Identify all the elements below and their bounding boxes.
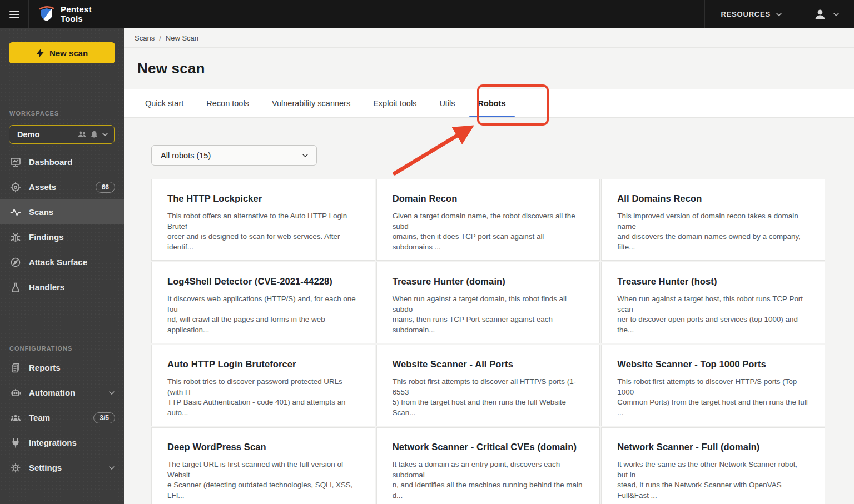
breadcrumb-separator: / bbox=[159, 34, 161, 42]
brand-logo[interactable]: Pentest Tools bbox=[29, 4, 92, 24]
sidebar-item-label: Scans bbox=[29, 207, 53, 217]
robot-card[interactable]: Deep WordPress Scan The target URL is fi… bbox=[151, 427, 375, 504]
plug-icon bbox=[9, 437, 21, 448]
robot-card-description: When run against a target domain, this r… bbox=[393, 294, 583, 335]
sidebar: New scan WORKSPACES Demo bbox=[0, 28, 124, 504]
sidebar-item-attack-surface[interactable]: Attack Surface bbox=[0, 249, 124, 275]
robot-card[interactable]: All Domains Recon This improved version … bbox=[601, 179, 825, 261]
robots-filter-selected: All robots (15) bbox=[161, 151, 211, 160]
bug-icon bbox=[9, 231, 21, 243]
robot-card-title: Website Scanner - All Ports bbox=[393, 359, 583, 370]
robot-card[interactable]: Website Scanner - All Ports This robot f… bbox=[376, 345, 600, 426]
flask-icon bbox=[9, 281, 21, 293]
sidebar-item-scans[interactable]: Scans bbox=[0, 199, 124, 224]
robot-card[interactable]: Treasure Hunter (domain) When run agains… bbox=[376, 262, 600, 343]
robot-card-title: Treasure Hunter (domain) bbox=[393, 276, 583, 287]
pulse-icon bbox=[9, 206, 21, 218]
gear-icon bbox=[9, 462, 21, 473]
breadcrumb: Scans / New Scan bbox=[124, 28, 854, 48]
resources-menu[interactable]: RESOURCES bbox=[704, 0, 798, 28]
sidebar-item-findings[interactable]: Findings bbox=[0, 224, 124, 249]
workspace-name: Demo bbox=[17, 130, 39, 139]
resources-label: RESOURCES bbox=[721, 10, 771, 18]
robot-card[interactable]: The HTTP Lockpicker This robot offers an… bbox=[151, 179, 375, 261]
robot-card-description: When run against a target host, this rob… bbox=[617, 294, 808, 335]
members-icon bbox=[77, 131, 87, 138]
robot-card-title: Deep WordPress Scan bbox=[167, 442, 358, 452]
chevron-down-icon bbox=[102, 131, 108, 138]
sidebar-item-label: Settings bbox=[29, 463, 62, 472]
robot-card[interactable]: Log4Shell Detector (CVE-2021-44228) It d… bbox=[151, 262, 375, 343]
robot-card-title: Auto HTTP Login Bruteforcer bbox=[167, 359, 358, 370]
sidebar-item-label: Integrations bbox=[29, 438, 77, 447]
dashboard-icon bbox=[9, 156, 21, 168]
avatar-icon bbox=[813, 7, 827, 22]
tabs-bar: Quick start Recon tools Vulnerability sc… bbox=[124, 89, 854, 118]
assets-count-badge: 66 bbox=[96, 182, 115, 193]
robot-card-title: Domain Recon bbox=[393, 193, 583, 204]
tab-vulnerability-scanners[interactable]: Vulnerability scanners bbox=[272, 89, 350, 118]
tab-utils[interactable]: Utils bbox=[439, 89, 455, 118]
top-header: Pentest Tools RESOURCES bbox=[0, 0, 854, 28]
configurations-section-label: CONFIGURATIONS bbox=[0, 345, 72, 352]
sidebar-item-integrations[interactable]: Integrations bbox=[0, 430, 124, 455]
sidebar-item-assets[interactable]: Assets 66 bbox=[0, 174, 124, 199]
robot-card-title: Log4Shell Detector (CVE-2021-44228) bbox=[167, 276, 358, 287]
hamburger-menu-button[interactable] bbox=[0, 0, 29, 28]
sidebar-item-dashboard[interactable]: Dashboard bbox=[0, 149, 124, 174]
robot-card[interactable]: Auto HTTP Login Bruteforcer This robot t… bbox=[151, 345, 375, 426]
breadcrumb-current: New Scan bbox=[166, 34, 198, 42]
sidebar-item-label: Assets bbox=[29, 182, 56, 192]
robot-card[interactable]: Treasure Hunter (host) When run against … bbox=[601, 262, 825, 343]
robot-card-description: This robot first attempts to discover al… bbox=[393, 377, 583, 418]
robot-card-title: Network Scanner - Full (domain) bbox=[617, 442, 808, 452]
report-icon bbox=[9, 362, 21, 373]
robot-card-title: The HTTP Lockpicker bbox=[167, 193, 358, 204]
tab-exploit-tools[interactable]: Exploit tools bbox=[373, 89, 416, 118]
robot-card[interactable]: Domain Recon Given a target domain name,… bbox=[376, 179, 600, 261]
brand-name: Pentest Tools bbox=[61, 5, 92, 23]
robot-card-description: This robot first attempts to discover HT… bbox=[617, 377, 808, 418]
robot-card-description: It works the same as the other Network S… bbox=[617, 460, 808, 501]
sidebar-item-team[interactable]: Team 3/5 bbox=[0, 405, 124, 430]
robot-card-title: Network Scanner - Critical CVEs (domain) bbox=[393, 442, 583, 452]
compass-icon bbox=[9, 256, 21, 268]
sidebar-item-label: Dashboard bbox=[29, 157, 72, 167]
tab-recon-tools[interactable]: Recon tools bbox=[206, 89, 249, 118]
target-icon bbox=[9, 181, 21, 193]
robot-card[interactable]: Network Scanner - Full (domain) It works… bbox=[601, 427, 825, 504]
robot-card-description: This robot tries to discover password pr… bbox=[167, 377, 358, 418]
robot-card[interactable]: Network Scanner - Critical CVEs (domain)… bbox=[376, 427, 600, 504]
team-icon bbox=[9, 412, 21, 423]
main-content: Scans / New Scan New scan Quick start Re… bbox=[124, 28, 854, 504]
sidebar-item-label: Reports bbox=[29, 363, 61, 372]
bell-icon bbox=[91, 131, 98, 139]
page-title: New scan bbox=[137, 60, 205, 77]
robot-card-title: All Domains Recon bbox=[617, 193, 808, 204]
robot-card-description: This improved version of domain recon ta… bbox=[617, 211, 808, 252]
robot-cards-grid: The HTTP Lockpicker This robot offers an… bbox=[151, 179, 825, 504]
pentest-tools-shield-icon bbox=[38, 4, 56, 24]
robot-card-description: Given a target domain name, the robot di… bbox=[393, 211, 583, 252]
tab-robots[interactable]: Robots bbox=[478, 89, 506, 118]
breadcrumb-scans-link[interactable]: Scans bbox=[135, 34, 155, 42]
sidebar-item-automation[interactable]: Automation bbox=[0, 380, 124, 405]
account-menu[interactable] bbox=[798, 0, 854, 28]
robot-card-title: Website Scanner - Top 1000 Ports bbox=[617, 359, 808, 370]
workspaces-section-label: WORKSPACES bbox=[0, 110, 59, 117]
app-window: Pentest Tools RESOURCES New scan bbox=[0, 0, 854, 504]
tab-quick-start[interactable]: Quick start bbox=[145, 89, 183, 118]
sidebar-item-reports[interactable]: Reports bbox=[0, 355, 124, 380]
hamburger-icon bbox=[9, 11, 19, 18]
robots-filter-dropdown[interactable]: All robots (15) bbox=[151, 145, 317, 166]
configurations-nav: Reports Automation bbox=[0, 355, 124, 480]
new-scan-button[interactable]: New scan bbox=[9, 42, 115, 63]
sidebar-item-settings[interactable]: Settings bbox=[0, 455, 124, 480]
robot-icon bbox=[9, 387, 21, 398]
chevron-down-icon bbox=[776, 11, 782, 18]
sidebar-item-handlers[interactable]: Handlers bbox=[0, 275, 124, 300]
robot-card[interactable]: Website Scanner - Top 1000 Ports This ro… bbox=[601, 345, 825, 426]
workspace-selector[interactable]: Demo bbox=[9, 125, 115, 144]
sidebar-item-label: Handlers bbox=[29, 282, 64, 292]
sidebar-item-label: Findings bbox=[29, 232, 64, 242]
